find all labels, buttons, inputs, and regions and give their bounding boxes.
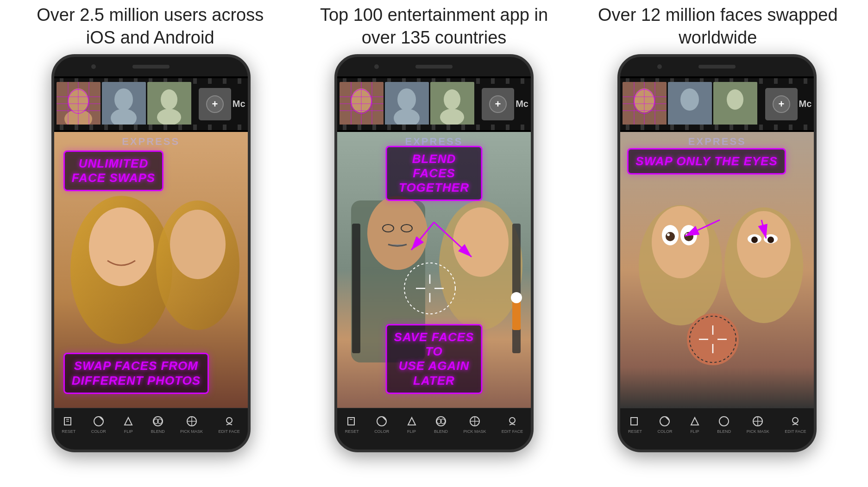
toolbar-color-3-label: COLOR [657, 429, 672, 434]
stat-countries-line2: over 135 countries [291, 26, 577, 49]
blend-icon-3 [717, 414, 731, 428]
edit-face-icon [222, 414, 236, 428]
toolbar-flip-2-label: FLIP [407, 429, 416, 434]
toolbar-blend-3[interactable]: BLEND [717, 414, 731, 434]
camera-dot-2 [374, 64, 379, 69]
toolbar-flip-3[interactable]: FLIP [688, 414, 702, 434]
phone-3-bottom [620, 440, 814, 450]
toolbar-flip[interactable]: FLIP [121, 414, 135, 434]
toolbar-pick-mask-2-label: PICK MASK [463, 429, 486, 434]
bottom-toolbar-2: RESET COLOR FLIP [337, 408, 531, 440]
film-thumb-2 [102, 82, 146, 126]
svg-point-58 [453, 207, 509, 277]
mc-label-3: Mc [799, 99, 812, 109]
phone-2-screen: + Mc EXPRESS [337, 76, 531, 440]
svg-point-95 [727, 89, 743, 110]
feature-unlimited: UNLIMITEDFACE SWAPS [63, 150, 164, 191]
svg-point-76 [436, 417, 446, 426]
toolbar-pick-mask[interactable]: PICK MASK [180, 414, 203, 434]
toolbar-color-label: COLOR [91, 429, 106, 434]
phones-row: + Mc EXPRESS [0, 50, 868, 487]
express-watermark-1: EXPRESS [122, 136, 180, 148]
toolbar-edit-face-3[interactable]: EDIT FACE [785, 414, 806, 434]
toolbar-reset-2[interactable]: RESET [345, 414, 359, 434]
mc-label: Mc [233, 99, 245, 109]
phone-1: + Mc EXPRESS [51, 54, 251, 452]
svg-marker-27 [125, 418, 132, 425]
edit-face-icon-2 [505, 414, 519, 428]
phone-1-shell: + Mc EXPRESS [51, 54, 251, 452]
toolbar-flip-2[interactable]: FLIP [405, 414, 419, 434]
add-faces-btn-2[interactable]: + [482, 88, 514, 120]
stat-users-line1: Over 2.5 million users across [14, 4, 286, 26]
film-thumb-2-3 [430, 82, 474, 126]
speaker-2 [415, 65, 453, 69]
phone-2-top-bar [337, 57, 531, 76]
phone-1-screen: + Mc EXPRESS [54, 76, 248, 440]
toolbar-reset[interactable]: RESET [62, 414, 75, 434]
toolbar-blend-2[interactable]: BLEND [434, 414, 448, 434]
film-strip-3: + Mc [620, 76, 814, 132]
add-faces-btn[interactable]: + [199, 88, 231, 120]
edit-face-icon-3 [788, 414, 802, 428]
feature-blend: BLEND FACESTOGETHER [385, 146, 482, 201]
stat-countries: Top 100 entertainment app in over 135 co… [291, 4, 577, 50]
photo-area-1: EXPRESS [54, 132, 248, 408]
toolbar-color[interactable]: COLOR [91, 414, 106, 434]
svg-marker-75 [408, 418, 415, 425]
film-thumb-3-3 [713, 82, 757, 126]
svg-point-105 [684, 232, 693, 241]
toolbar-edit-face-2[interactable]: EDIT FACE [502, 414, 523, 434]
phone-3-top-bar [620, 57, 814, 76]
svg-point-108 [737, 211, 791, 278]
svg-rect-65 [512, 224, 521, 353]
toolbar-pick-mask-3[interactable]: PICK MASK [747, 414, 769, 434]
svg-rect-72 [348, 418, 354, 425]
phone-3-shell: + Mc EXPRESS [617, 54, 817, 452]
film-strip-1: + Mc [54, 76, 248, 132]
pick-mask-icon-3 [751, 414, 765, 428]
stat-faces-line2: worldwide [582, 26, 854, 49]
color-icon-2 [375, 414, 389, 428]
svg-rect-64 [352, 224, 360, 353]
film-thumb-3-1 [623, 82, 667, 126]
svg-point-28 [153, 417, 163, 426]
svg-point-106 [686, 233, 688, 236]
toolbar-reset-2-label: RESET [345, 429, 359, 434]
toolbar-blend[interactable]: BLEND [151, 414, 165, 434]
toolbar-pick-mask-label: PICK MASK [180, 429, 203, 434]
toolbar-edit-face[interactable]: EDIT FACE [219, 414, 240, 434]
svg-point-82 [509, 418, 515, 423]
toolbar-pick-mask-2[interactable]: PICK MASK [463, 414, 486, 434]
reset-icon [62, 414, 75, 428]
blend-icon-2 [434, 414, 448, 428]
svg-point-103 [667, 233, 670, 236]
add-faces-btn-3[interactable]: + [765, 88, 798, 120]
svg-text:+: + [778, 98, 784, 110]
mc-label-2: Mc [516, 99, 528, 109]
film-thumb-3 [147, 82, 191, 126]
svg-point-22 [170, 210, 226, 279]
svg-point-102 [666, 232, 675, 241]
phone-1-bottom [54, 440, 248, 450]
svg-point-20 [89, 207, 154, 286]
toolbar-reset-label: RESET [62, 429, 75, 434]
phone-2-bottom [337, 440, 531, 450]
svg-point-49 [440, 109, 464, 125]
film-thumb-2-1 [340, 82, 384, 126]
toolbar-reset-3[interactable]: RESET [628, 414, 642, 434]
toolbar-color-2[interactable]: COLOR [374, 414, 389, 434]
svg-point-45 [397, 88, 416, 111]
stat-faces: Over 12 million faces swapped worldwide [582, 4, 868, 50]
face-grid-overlay-2 [340, 82, 384, 126]
flip-icon-3 [688, 414, 702, 428]
phone-3-screen: + Mc EXPRESS [620, 76, 814, 440]
svg-point-126 [719, 417, 729, 426]
svg-marker-125 [691, 418, 698, 425]
phone-2-shell: + Mc EXPRESS [334, 54, 534, 452]
toolbar-color-2-label: COLOR [374, 429, 389, 434]
toolbar-color-3[interactable]: COLOR [657, 414, 672, 434]
stat-users: Over 2.5 million users across iOS and An… [0, 4, 286, 50]
svg-point-34 [226, 418, 232, 423]
svg-point-93 [680, 88, 699, 111]
